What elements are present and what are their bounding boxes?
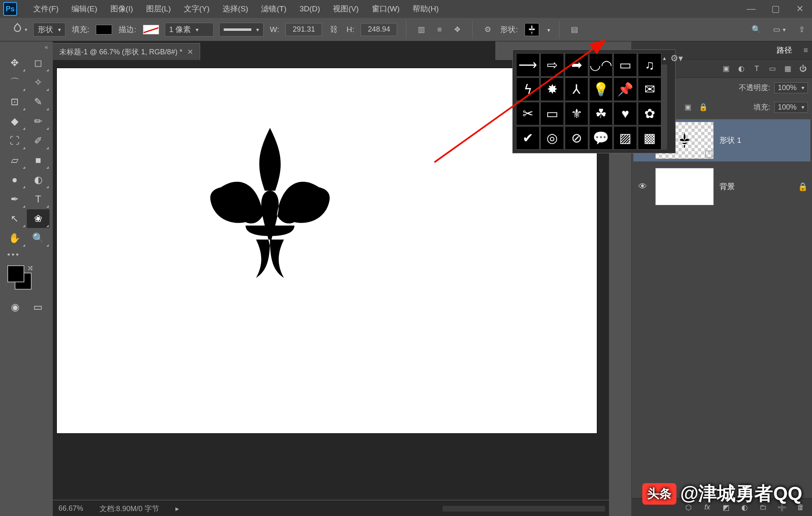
menu-file[interactable]: 文件(F) <box>27 0 65 18</box>
zoom-level[interactable]: 66.67% <box>58 504 83 513</box>
shape-item-banner[interactable]: ◡◠ <box>589 53 613 77</box>
status-chevron-icon[interactable]: ▸ <box>175 504 179 513</box>
shape-item-target[interactable]: ◎ <box>540 126 564 150</box>
shape-item-music-note[interactable]: ♫ <box>638 53 661 77</box>
menu-type[interactable]: 文字(Y) <box>177 0 216 18</box>
shape-item-rect-outline[interactable]: ▭ <box>540 102 564 125</box>
shape-item-arrow-right[interactable]: ➡ <box>565 53 588 77</box>
filter-smart-icon[interactable]: ▦ <box>782 63 793 74</box>
shape-item-frame[interactable]: ▭ <box>613 53 637 77</box>
tool-dodge[interactable]: ◐ <box>27 170 50 189</box>
document-info[interactable]: 文档:8.90M/0 字节 <box>99 504 159 514</box>
shape-item-envelope[interactable]: ✉ <box>638 77 661 101</box>
scroll-up-icon[interactable]: ▴ <box>663 55 666 61</box>
menu-image[interactable]: 图像(I) <box>104 0 140 18</box>
shape-item-pin[interactable]: 📌 <box>613 77 637 101</box>
tool-blur[interactable]: ● <box>3 170 26 189</box>
close-tab-icon[interactable]: ✕ <box>187 47 193 56</box>
shape-item-grass[interactable]: ⅄ <box>565 77 588 101</box>
shape-preview[interactable] <box>525 23 539 36</box>
horizontal-scrollbar[interactable] <box>443 506 605 512</box>
arrange-icon[interactable]: ❖ <box>451 24 463 36</box>
gear-icon[interactable]: ⚙ <box>482 24 494 36</box>
tool-move[interactable]: ✥ <box>3 54 26 72</box>
shape-item-speech[interactable]: 💬 <box>589 126 613 150</box>
tool-stamp[interactable]: ⛶ <box>3 131 26 150</box>
shape-item-burst[interactable]: ✸ <box>540 77 564 101</box>
shape-item-bulb[interactable]: 💡 <box>589 77 613 101</box>
shape-dropdown-chevron[interactable] <box>545 25 550 34</box>
filter-image-icon[interactable]: ▣ <box>720 63 732 74</box>
share-icon[interactable]: ⇪ <box>796 24 808 36</box>
layer-name[interactable]: 背景 <box>719 181 792 192</box>
menu-layer[interactable]: 图层(L) <box>140 0 177 18</box>
menu-select[interactable]: 选择(S) <box>216 0 255 18</box>
shape-item-arrow-thin[interactable]: ⟶ <box>516 53 540 77</box>
filter-shape-icon[interactable]: ▭ <box>767 63 778 74</box>
shape-item-no[interactable]: ⊘ <box>565 126 588 150</box>
filter-toggle-icon[interactable]: ⏻ <box>797 63 809 74</box>
lock-icon[interactable]: 🔒 <box>798 182 808 191</box>
tool-patch[interactable]: ◆ <box>3 112 26 131</box>
menu-edit[interactable]: 编辑(E) <box>65 0 104 18</box>
toolbox-collapse-icon[interactable]: « <box>45 44 48 50</box>
shape-item-hatch[interactable]: ▨ <box>613 126 637 150</box>
foreground-color-swatch[interactable] <box>7 265 24 282</box>
stroke-swatch[interactable] <box>143 25 159 34</box>
picker-menu-gear-icon[interactable]: ⚙▾ <box>670 53 683 150</box>
menu-3d[interactable]: 3D(D) <box>293 0 327 18</box>
window-minimize[interactable]: — <box>739 0 763 18</box>
popup-scrollbar[interactable] <box>661 64 667 150</box>
panel-menu-icon[interactable]: ≡ <box>803 46 808 55</box>
shape-item-check[interactable]: ✔ <box>516 126 540 150</box>
menu-view[interactable]: 视图(V) <box>326 0 365 18</box>
window-close[interactable]: ✕ <box>788 0 812 18</box>
search-icon[interactable]: 🔍 <box>750 24 762 36</box>
tool-zoom[interactable]: 🔍 <box>27 229 50 247</box>
path-ops-icon[interactable]: ▥ <box>415 24 428 36</box>
width-input[interactable] <box>285 23 322 36</box>
tool-eyedropper[interactable]: ✎ <box>27 92 50 111</box>
menu-window[interactable]: 窗口(W) <box>365 0 406 18</box>
tool-path-select[interactable]: ↖ <box>3 209 26 228</box>
shape-item-flower[interactable]: ✿ <box>638 102 661 125</box>
shape-item-scissors[interactable]: ✂ <box>516 102 540 125</box>
tool-mode-select[interactable]: 形状 <box>33 23 65 37</box>
screen-mode-icon[interactable]: ▭ <box>30 298 45 316</box>
tool-type[interactable]: T <box>27 190 50 209</box>
tool-history-brush[interactable]: ✐ <box>27 131 50 150</box>
layer-name[interactable]: 形状 1 <box>719 135 808 146</box>
align-edges-icon[interactable]: ▤ <box>568 24 581 36</box>
menu-help[interactable]: 帮助(H) <box>406 0 445 18</box>
tool-brush[interactable]: ✏ <box>27 112 50 131</box>
window-maximize[interactable]: ▢ <box>763 0 788 18</box>
opacity-input[interactable]: 100% <box>774 82 808 93</box>
shape-item-blob[interactable]: ☘ <box>589 102 613 125</box>
stroke-width-select[interactable]: 1 像素 <box>165 23 214 37</box>
filter-type-icon[interactable]: T <box>751 63 762 74</box>
color-swatches[interactable]: ⤭ <box>7 265 32 290</box>
tool-custom-shape[interactable]: ❀ <box>27 209 50 228</box>
stroke-style-select[interactable] <box>219 23 263 37</box>
shape-item-arrow-right-open[interactable]: ⇨ <box>540 53 564 77</box>
fill-swatch[interactable] <box>96 25 112 34</box>
workspace-select[interactable]: ▭ <box>773 24 785 36</box>
tool-crop[interactable]: ⊡ <box>3 92 26 111</box>
tool-marquee[interactable]: ◻ <box>27 54 50 72</box>
tool-lasso[interactable]: ⌒ <box>3 73 26 92</box>
toolbox-more[interactable]: ••• <box>0 247 53 261</box>
menu-filter[interactable]: 滤镜(T) <box>255 0 293 18</box>
lock-artboard-icon[interactable]: ▣ <box>682 101 693 113</box>
tab-paths[interactable]: 路径 <box>777 45 792 56</box>
filter-adjust-icon[interactable]: ◐ <box>736 63 747 74</box>
fill-opacity-input[interactable]: 100% <box>774 102 808 113</box>
visibility-toggle-icon[interactable]: 👁 <box>636 181 650 192</box>
link-wh-icon[interactable]: ⛓ <box>328 24 340 36</box>
align-icon[interactable]: ≡ <box>433 24 445 36</box>
quick-mask-icon[interactable]: ◉ <box>7 298 23 316</box>
shape-item-heart[interactable]: ♥ <box>613 102 637 125</box>
swap-colors-icon[interactable]: ⤭ <box>27 264 33 273</box>
shape-item-bolt[interactable]: ϟ <box>516 77 540 101</box>
tool-indicator-icon[interactable]: ▾ <box>10 21 28 39</box>
tool-eraser[interactable]: ▱ <box>3 151 26 170</box>
